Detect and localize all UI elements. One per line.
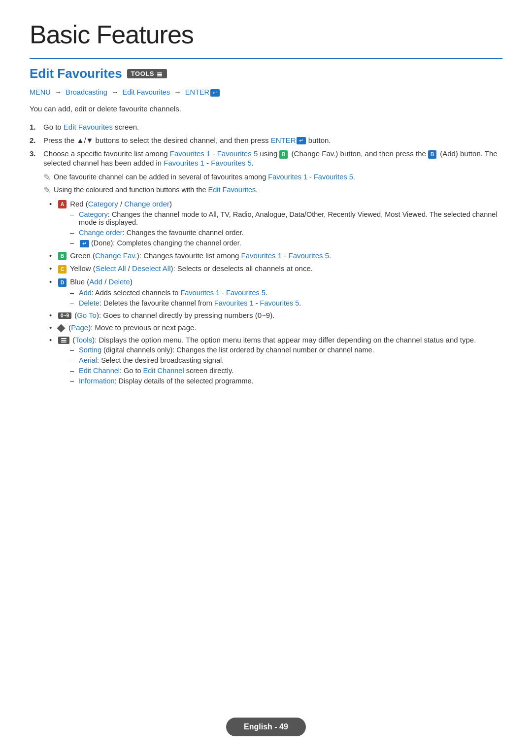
svg-rect-0	[157, 72, 162, 73]
breadcrumb: MENU → Broadcasting → Edit Favourites → …	[30, 88, 502, 97]
intro-text: You can add, edit or delete favourite ch…	[30, 104, 502, 113]
step-1: 1. Go to Edit Favourites screen.	[30, 123, 502, 131]
step-1-link: Edit Favourites	[64, 123, 113, 131]
bullet-blue: D Blue (Add / Delete) Add: Adds selected…	[49, 277, 502, 307]
arrow-1: →	[55, 88, 64, 96]
link-page: Page	[71, 323, 88, 332]
step-3-fav1b: Favourites 1	[164, 159, 204, 167]
breadcrumb-enter: ENTER↵	[185, 88, 220, 96]
page-footer: English - 49	[0, 718, 532, 736]
note-icon-1: ✎	[43, 172, 51, 183]
done-enter-icon: ↵	[80, 240, 89, 247]
diamond-icon	[57, 324, 66, 332]
sub-list-tools: Sorting (digital channels only): Changes…	[70, 346, 502, 385]
note-2-text: Using the coloured and function buttons …	[54, 186, 258, 194]
svg-rect-5	[61, 342, 66, 343]
sub-list-blue: Add: Adds selected channels to Favourite…	[70, 289, 502, 307]
note-icon-2: ✎	[43, 185, 51, 196]
tools-badge: TOOLS	[127, 69, 167, 78]
step-3-fav5b: Favourites 5	[211, 159, 252, 167]
sub-done: ↵ (Done): Completes changing the channel…	[70, 239, 502, 247]
bullet-red: A Red (Category / Change order) Category…	[49, 200, 502, 247]
step-1-num: 1.	[30, 123, 36, 131]
badge-b-1: B	[279, 150, 288, 159]
step-2: 2. Press the ▲/▼ buttons to select the d…	[30, 136, 502, 145]
notes-block: ✎ One favourite channel can be added in …	[43, 173, 502, 196]
link-tools: Tools	[75, 336, 92, 344]
bullet-tools: (Tools): Displays the option menu. The o…	[49, 336, 502, 385]
svg-rect-3	[61, 338, 66, 339]
bullet-goto: 0~9 (Go To): Goes to channel directly by…	[49, 311, 502, 319]
bullet-green: B Green (Change Fav.): Changes favourite…	[49, 251, 502, 261]
section-title-text: Edit Favourites	[30, 66, 122, 81]
enter-icon-2: ↵	[297, 137, 306, 144]
arrow-3: →	[174, 88, 183, 96]
step-3-num: 3.	[30, 149, 36, 158]
breadcrumb-broadcasting: Broadcasting	[66, 88, 107, 96]
footer-badge: English - 49	[226, 718, 306, 736]
sub-category: Category: Changes the channel mode to Al…	[70, 210, 502, 226]
step-3: 3. Choose a specific favourite list amon…	[30, 149, 502, 167]
badge-b-green: B	[58, 252, 66, 260]
tools-small-icon	[58, 337, 69, 344]
link-change-order: Change order	[124, 200, 169, 208]
step-2-num: 2.	[30, 136, 36, 144]
link-category: Category	[88, 200, 118, 208]
link-deselect-all: Deselect All	[132, 264, 170, 273]
bullet-yellow: C Yellow (Select All / Deselect All): Se…	[49, 264, 502, 274]
page-title: Basic Features	[30, 20, 502, 49]
step-3-fav5: Favourites 5	[217, 149, 258, 158]
section-heading: Edit Favourites TOOLS	[30, 66, 502, 81]
link-select-all: Select All	[96, 264, 126, 273]
tools-badge-icon	[156, 71, 163, 78]
note-2: ✎ Using the coloured and function button…	[43, 186, 502, 196]
note-1: ✎ One favourite channel can be added in …	[43, 173, 502, 183]
svg-rect-4	[61, 340, 66, 341]
bullet-page: (Page): Move to previous or next page.	[49, 323, 502, 332]
section-divider	[30, 58, 502, 59]
steps-list: 1. Go to Edit Favourites screen. 2. Pres…	[30, 123, 502, 167]
badge-b-2: B	[428, 150, 436, 159]
breadcrumb-edit-favourites: Edit Favourites	[122, 88, 170, 96]
step-3-fav1: Favourites 1	[170, 149, 211, 158]
link-goto: Go To	[77, 311, 97, 319]
sub-information: Information: Display details of the sele…	[70, 377, 502, 385]
arrow-2: →	[111, 88, 121, 96]
sub-sorting: Sorting (digital channels only): Changes…	[70, 346, 502, 354]
note-1-text: One favourite channel can be added in se…	[54, 173, 355, 181]
svg-rect-2	[157, 75, 162, 76]
svg-rect-1	[157, 74, 162, 75]
badge-c: C	[58, 265, 66, 274]
badge-a: A	[58, 200, 66, 208]
link-change-fav: Change Fav.	[95, 251, 137, 260]
badge-d: D	[58, 278, 66, 287]
sub-delete: Delete: Deletes the favourite channel fr…	[70, 299, 502, 307]
sub-list-red: Category: Changes the channel mode to Al…	[70, 210, 502, 247]
sub-edit-channel: Edit Channel: Go to Edit Channel screen …	[70, 367, 502, 375]
step-2-enter: ENTER↵	[271, 136, 306, 144]
link-delete: Delete	[109, 277, 130, 286]
badge-num-goto: 0~9	[58, 312, 71, 319]
link-add: Add	[89, 277, 102, 286]
features-list: A Red (Category / Change order) Category…	[49, 200, 502, 385]
menu-text: MENU	[30, 88, 51, 96]
sub-aerial: Aerial: Select the desired broadcasting …	[70, 356, 502, 364]
sub-change-order: Change order: Changes the favourite chan…	[70, 229, 502, 237]
enter-icon: ↵	[210, 89, 220, 97]
sub-add: Add: Adds selected channels to Favourite…	[70, 289, 502, 297]
